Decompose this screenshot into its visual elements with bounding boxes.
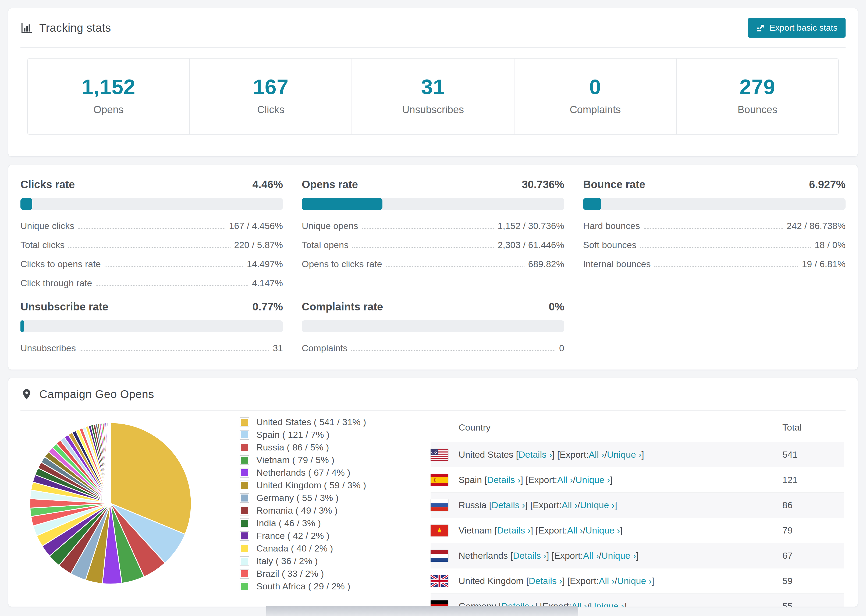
legend-label: France ( 42 / 2% ) — [256, 531, 329, 541]
details-link[interactable]: Details › — [529, 576, 562, 586]
legend-swatch — [239, 544, 249, 553]
legend-swatch — [239, 443, 249, 452]
legend-item[interactable]: Italy ( 36 / 2% ) — [239, 556, 401, 566]
details-link[interactable]: Details › — [518, 449, 552, 460]
stat-cell-opens: 1,152Opens — [28, 58, 189, 134]
rate-detail-value: 1,152 / 30.736% — [498, 221, 564, 231]
rate-value: 30.736% — [522, 178, 564, 190]
legend-label: Canada ( 40 / 2% ) — [256, 543, 333, 554]
dotted-leader — [78, 228, 225, 229]
rate-block-clicks-rate: Clicks rate4.46%Unique clicks167 / 4.456… — [20, 178, 283, 288]
rate-detail-label: Internal bounces — [583, 259, 650, 269]
flag-es-icon — [431, 474, 448, 486]
rate-title: Complaints rate — [302, 301, 383, 313]
stat-label: Complaints — [515, 104, 676, 116]
table-cell-total: 55 — [783, 601, 844, 607]
rate-progress-bar — [583, 198, 846, 210]
legend-swatch — [239, 468, 249, 478]
dotted-leader — [105, 266, 243, 267]
export-basic-stats-button[interactable]: Export basic stats — [748, 18, 846, 38]
export-all-link[interactable]: All › — [583, 550, 599, 561]
rate-detail-row: Internal bounces19 / 6.81% — [583, 259, 846, 269]
geo-table-rows: United States [Details ›] [Export: All ›… — [431, 442, 844, 607]
legend-item[interactable]: Spain ( 121 / 7% ) — [239, 429, 401, 440]
stat-label: Bounces — [677, 104, 838, 116]
bracket-text: ] — [620, 525, 622, 536]
rate-value: 0.77% — [252, 301, 283, 313]
export-all-link[interactable]: All › — [589, 449, 605, 460]
legend-swatch — [239, 493, 249, 503]
export-unique-link[interactable]: Unique › — [601, 550, 636, 561]
export-unique-link[interactable]: Unique › — [590, 601, 625, 607]
stat-cell-unsubscribes: 31Unsubscribes — [351, 58, 514, 134]
legend-item[interactable]: Romania ( 49 / 3% ) — [239, 505, 401, 516]
export-unique-link[interactable]: Unique › — [617, 576, 652, 586]
rate-detail-value: 4.147% — [252, 278, 283, 288]
legend-swatch — [239, 519, 249, 528]
legend-item[interactable]: Netherlands ( 67 / 4% ) — [239, 467, 401, 478]
bracket-text: ] — [636, 550, 638, 561]
table-row: Netherlands [Details ›] [Export: All › /… — [431, 543, 844, 568]
rate-detail-value: 220 / 5.87% — [234, 240, 283, 250]
dotted-leader — [386, 266, 524, 267]
rate-head: Opens rate30.736% — [302, 178, 564, 190]
bracket-text: [ — [526, 576, 529, 586]
export-unique-link[interactable]: Unique › — [576, 475, 610, 485]
export-all-link[interactable]: All › — [562, 500, 578, 511]
rate-detail-label: Click through rate — [20, 278, 92, 288]
export-all-link[interactable]: All › — [567, 525, 583, 536]
legend-swatch — [239, 506, 249, 515]
column-header-country: Country — [431, 422, 783, 433]
legend-swatch — [239, 581, 249, 591]
country-name: Vietnam — [458, 525, 494, 536]
legend-item[interactable]: Russia ( 86 / 5% ) — [239, 442, 401, 453]
legend-label: Romania ( 49 / 3% ) — [256, 505, 337, 516]
rate-value: 6.927% — [809, 178, 846, 190]
export-all-link[interactable]: All › — [599, 576, 615, 586]
legend-label: South Africa ( 29 / 2% ) — [256, 581, 350, 592]
details-link[interactable]: Details › — [491, 500, 525, 511]
legend-label: Netherlands ( 67 / 4% ) — [256, 467, 350, 478]
table-cell-total: 121 — [783, 475, 844, 485]
dotted-leader — [640, 247, 811, 248]
next-section-edge — [266, 606, 578, 616]
country-name: United States — [458, 449, 516, 460]
flag-gb-icon — [431, 575, 448, 587]
legend-item[interactable]: Canada ( 40 / 2% ) — [239, 543, 401, 554]
legend-item[interactable]: Vietnam ( 79 / 5% ) — [239, 455, 401, 465]
legend-item[interactable]: Brazil ( 33 / 2% ) — [239, 569, 401, 579]
slash-text: / — [599, 550, 601, 561]
export-unique-link[interactable]: Unique › — [607, 449, 642, 460]
export-unique-link[interactable]: Unique › — [580, 500, 615, 511]
geo-title-text: Campaign Geo Opens — [39, 388, 154, 401]
slash-text: / — [583, 525, 585, 536]
legend-item[interactable]: United States ( 541 / 31% ) — [239, 417, 401, 427]
tracking-stats-header: Tracking stats Export basic stats — [8, 8, 858, 47]
table-cell-total: 541 — [783, 449, 844, 460]
table-row: United Kingdom [Details ›] [Export: All … — [431, 568, 844, 593]
rate-detail-value: 18 / 0% — [815, 240, 846, 250]
legend-item[interactable]: South Africa ( 29 / 2% ) — [239, 581, 401, 592]
table-cell-total: 86 — [783, 500, 844, 511]
table-row: Spain [Details ›] [Export: All › / Uniqu… — [431, 467, 844, 492]
rates-card: Clicks rate4.46%Unique clicks167 / 4.456… — [8, 165, 858, 370]
rate-detail-row: Unsubscribes31 — [20, 343, 283, 354]
legend-item[interactable]: Germany ( 55 / 3% ) — [239, 493, 401, 503]
details-link[interactable]: Details › — [497, 525, 531, 536]
details-link[interactable]: Details › — [487, 475, 521, 485]
legend-item[interactable]: India ( 46 / 3% ) — [239, 518, 401, 528]
rate-detail-value: 14.497% — [247, 259, 283, 269]
export-all-link[interactable]: All › — [557, 475, 573, 485]
legend-swatch — [239, 417, 249, 427]
header-divider — [20, 47, 846, 48]
rate-detail-label: Hard bounces — [583, 221, 640, 231]
legend-item[interactable]: France ( 42 / 2% ) — [239, 531, 401, 541]
export-unique-link[interactable]: Unique › — [586, 525, 620, 536]
geo-title: Campaign Geo Opens — [20, 388, 154, 401]
legend-item[interactable]: United Kingdom ( 59 / 3% ) — [239, 480, 401, 490]
details-link[interactable]: Details › — [513, 550, 546, 561]
bracket-text: ] [Export: — [562, 576, 599, 586]
legend-label: Vietnam ( 79 / 5% ) — [256, 455, 334, 465]
rate-detail-row: Total clicks220 / 5.87% — [20, 240, 283, 250]
table-cell-country: Russia [Details ›] [Export: All › / Uniq… — [431, 499, 783, 511]
